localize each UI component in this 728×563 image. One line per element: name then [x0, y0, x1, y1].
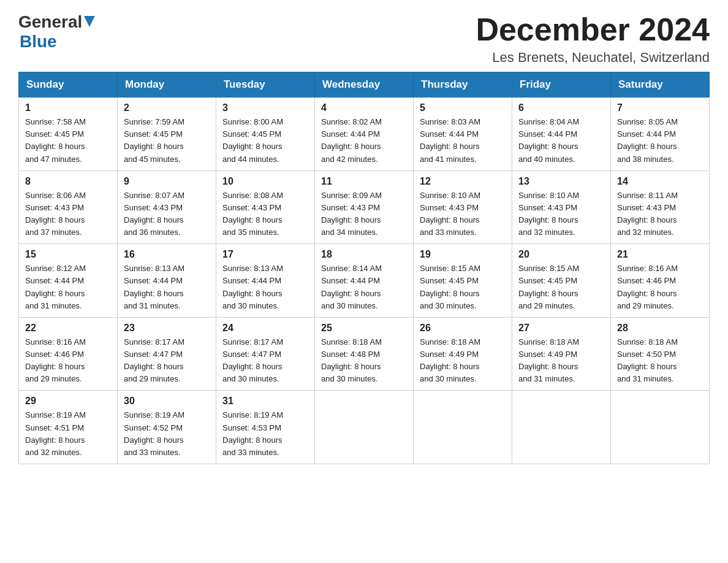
calendar-cell: 21Sunrise: 8:16 AMSunset: 4:46 PMDayligh…: [611, 244, 710, 318]
calendar-cell: 20Sunrise: 8:15 AMSunset: 4:45 PMDayligh…: [512, 244, 611, 318]
calendar-cell: 23Sunrise: 8:17 AMSunset: 4:47 PMDayligh…: [118, 317, 216, 391]
calendar-cell: 25Sunrise: 8:18 AMSunset: 4:48 PMDayligh…: [315, 317, 414, 391]
day-number: 25: [321, 323, 407, 334]
weekday-header-sunday: Sunday: [19, 72, 118, 98]
day-number: 9: [124, 176, 210, 187]
calendar-cell: 6Sunrise: 8:04 AMSunset: 4:44 PMDaylight…: [512, 98, 611, 171]
weekday-header-saturday: Saturday: [611, 72, 710, 98]
day-number: 15: [25, 249, 111, 260]
calendar-cell: 16Sunrise: 8:13 AMSunset: 4:44 PMDayligh…: [118, 244, 216, 318]
day-info: Sunrise: 8:05 AMSunset: 4:44 PMDaylight:…: [617, 116, 703, 166]
day-number: 31: [222, 396, 308, 407]
day-info: Sunrise: 8:13 AMSunset: 4:44 PMDaylight:…: [222, 262, 308, 312]
calendar-cell: 7Sunrise: 8:05 AMSunset: 4:44 PMDaylight…: [611, 98, 710, 171]
calendar-cell: 13Sunrise: 8:10 AMSunset: 4:43 PMDayligh…: [512, 170, 611, 244]
day-number: 12: [420, 176, 506, 187]
day-number: 27: [518, 323, 604, 334]
calendar-cell: 22Sunrise: 8:16 AMSunset: 4:46 PMDayligh…: [19, 317, 118, 391]
logo: General Blue: [18, 12, 95, 52]
day-info: Sunrise: 8:04 AMSunset: 4:44 PMDaylight:…: [518, 116, 604, 166]
weekday-header-thursday: Thursday: [414, 72, 512, 98]
calendar-cell: 1Sunrise: 7:58 AMSunset: 4:45 PMDaylight…: [19, 98, 118, 171]
calendar-cell: 12Sunrise: 8:10 AMSunset: 4:43 PMDayligh…: [414, 170, 512, 244]
day-number: 30: [124, 396, 210, 407]
calendar-cell: 30Sunrise: 8:19 AMSunset: 4:52 PMDayligh…: [118, 391, 216, 464]
weekday-header-friday: Friday: [512, 72, 611, 98]
calendar-cell: 5Sunrise: 8:03 AMSunset: 4:44 PMDaylight…: [414, 98, 512, 171]
day-number: 4: [321, 102, 407, 113]
day-info: Sunrise: 8:11 AMSunset: 4:43 PMDaylight:…: [617, 190, 703, 239]
day-number: 29: [25, 396, 111, 407]
day-number: 3: [222, 102, 308, 113]
calendar-cell: 15Sunrise: 8:12 AMSunset: 4:44 PMDayligh…: [19, 244, 118, 318]
calendar-cell: 10Sunrise: 8:08 AMSunset: 4:43 PMDayligh…: [216, 170, 315, 244]
day-info: Sunrise: 8:09 AMSunset: 4:43 PMDaylight:…: [321, 190, 407, 239]
day-number: 28: [617, 323, 703, 334]
logo-general-text: General: [18, 12, 82, 32]
day-number: 23: [124, 323, 210, 334]
day-info: Sunrise: 7:58 AMSunset: 4:45 PMDaylight:…: [25, 116, 111, 166]
calendar-cell: 18Sunrise: 8:14 AMSunset: 4:44 PMDayligh…: [315, 244, 414, 318]
day-number: 21: [617, 249, 703, 260]
day-number: 10: [222, 176, 308, 187]
calendar-cell: 28Sunrise: 8:18 AMSunset: 4:50 PMDayligh…: [611, 317, 710, 391]
day-number: 16: [124, 249, 210, 260]
calendar-cell: 9Sunrise: 8:07 AMSunset: 4:43 PMDaylight…: [118, 170, 216, 244]
day-info: Sunrise: 8:03 AMSunset: 4:44 PMDaylight:…: [420, 116, 506, 166]
svg-marker-0: [84, 16, 95, 27]
day-info: Sunrise: 8:16 AMSunset: 4:46 PMDaylight:…: [617, 262, 703, 312]
day-number: 7: [617, 102, 703, 113]
logo-blue-text: Blue: [20, 32, 57, 52]
day-info: Sunrise: 8:10 AMSunset: 4:43 PMDaylight:…: [420, 190, 506, 239]
calendar-cell: 4Sunrise: 8:02 AMSunset: 4:44 PMDaylight…: [315, 98, 414, 171]
calendar-cell: [414, 391, 512, 464]
calendar-week-row: 15Sunrise: 8:12 AMSunset: 4:44 PMDayligh…: [19, 244, 710, 318]
day-info: Sunrise: 8:19 AMSunset: 4:51 PMDaylight:…: [25, 409, 111, 459]
calendar-cell: 24Sunrise: 8:17 AMSunset: 4:47 PMDayligh…: [216, 317, 315, 391]
calendar-cell: [611, 391, 710, 464]
day-info: Sunrise: 8:14 AMSunset: 4:44 PMDaylight:…: [321, 262, 407, 312]
month-title: December 2024: [476, 12, 710, 47]
day-number: 22: [25, 323, 111, 334]
day-info: Sunrise: 8:06 AMSunset: 4:43 PMDaylight:…: [25, 190, 111, 239]
calendar-cell: 29Sunrise: 8:19 AMSunset: 4:51 PMDayligh…: [19, 391, 118, 464]
weekday-header-row: SundayMondayTuesdayWednesdayThursdayFrid…: [19, 72, 710, 98]
calendar-table: SundayMondayTuesdayWednesdayThursdayFrid…: [18, 72, 710, 464]
day-info: Sunrise: 8:17 AMSunset: 4:47 PMDaylight:…: [124, 336, 210, 386]
calendar-cell: 19Sunrise: 8:15 AMSunset: 4:45 PMDayligh…: [414, 244, 512, 318]
calendar-cell: 17Sunrise: 8:13 AMSunset: 4:44 PMDayligh…: [216, 244, 315, 318]
day-info: Sunrise: 8:18 AMSunset: 4:49 PMDaylight:…: [420, 336, 506, 386]
day-info: Sunrise: 8:12 AMSunset: 4:44 PMDaylight:…: [25, 262, 111, 312]
day-number: 1: [25, 102, 111, 113]
day-info: Sunrise: 8:00 AMSunset: 4:45 PMDaylight:…: [222, 116, 308, 166]
calendar-week-row: 29Sunrise: 8:19 AMSunset: 4:51 PMDayligh…: [19, 391, 710, 464]
day-info: Sunrise: 8:02 AMSunset: 4:44 PMDaylight:…: [321, 116, 407, 166]
day-info: Sunrise: 8:15 AMSunset: 4:45 PMDaylight:…: [518, 262, 604, 312]
page-header: General Blue December 2024 Les Brenets, …: [18, 12, 710, 66]
day-info: Sunrise: 7:59 AMSunset: 4:45 PMDaylight:…: [124, 116, 210, 166]
day-number: 19: [420, 249, 506, 260]
day-number: 18: [321, 249, 407, 260]
logo-triangle-icon: [84, 16, 95, 29]
day-info: Sunrise: 8:07 AMSunset: 4:43 PMDaylight:…: [124, 190, 210, 239]
day-info: Sunrise: 8:13 AMSunset: 4:44 PMDaylight:…: [124, 262, 210, 312]
calendar-week-row: 22Sunrise: 8:16 AMSunset: 4:46 PMDayligh…: [19, 317, 710, 391]
day-number: 24: [222, 323, 308, 334]
day-info: Sunrise: 8:08 AMSunset: 4:43 PMDaylight:…: [222, 190, 308, 239]
calendar-cell: 8Sunrise: 8:06 AMSunset: 4:43 PMDaylight…: [19, 170, 118, 244]
day-number: 5: [420, 102, 506, 113]
day-number: 13: [518, 176, 604, 187]
day-number: 26: [420, 323, 506, 334]
day-info: Sunrise: 8:17 AMSunset: 4:47 PMDaylight:…: [222, 336, 308, 386]
calendar-cell: 14Sunrise: 8:11 AMSunset: 4:43 PMDayligh…: [611, 170, 710, 244]
calendar-cell: 31Sunrise: 8:19 AMSunset: 4:53 PMDayligh…: [216, 391, 315, 464]
day-number: 14: [617, 176, 703, 187]
day-info: Sunrise: 8:18 AMSunset: 4:49 PMDaylight:…: [518, 336, 604, 386]
calendar-cell: 11Sunrise: 8:09 AMSunset: 4:43 PMDayligh…: [315, 170, 414, 244]
calendar-cell: 26Sunrise: 8:18 AMSunset: 4:49 PMDayligh…: [414, 317, 512, 391]
day-number: 20: [518, 249, 604, 260]
day-info: Sunrise: 8:10 AMSunset: 4:43 PMDaylight:…: [518, 190, 604, 239]
day-number: 17: [222, 249, 308, 260]
weekday-header-tuesday: Tuesday: [216, 72, 315, 98]
day-info: Sunrise: 8:18 AMSunset: 4:50 PMDaylight:…: [617, 336, 703, 386]
